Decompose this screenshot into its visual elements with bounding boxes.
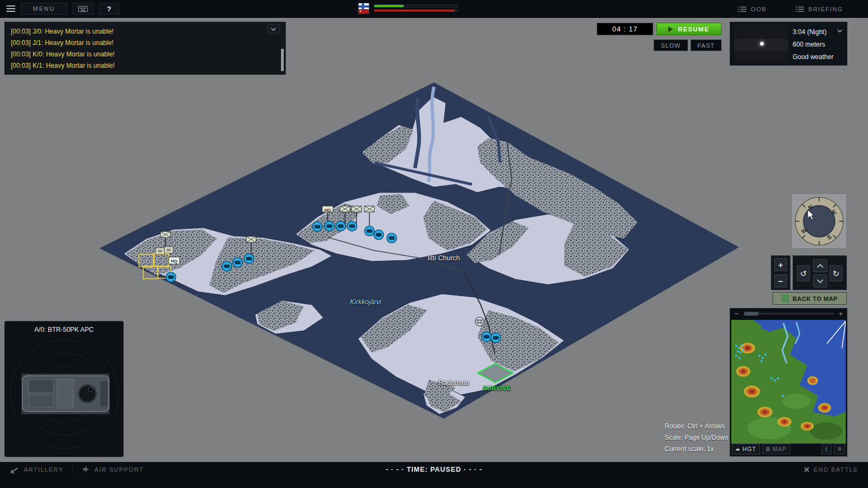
force-status bbox=[358, 3, 458, 14]
air-support-button[interactable]: AIR SUPPORT bbox=[81, 466, 144, 473]
play-icon bbox=[668, 27, 673, 32]
time-control-panel: 04 : 17 RESUME SLOW FAST bbox=[597, 23, 722, 51]
unit-marker[interactable] bbox=[387, 233, 397, 243]
log-collapse-button[interactable] bbox=[267, 24, 280, 34]
mountain-icon bbox=[736, 447, 740, 452]
battle-timer: 04 : 17 bbox=[597, 23, 653, 35]
zoom-out-button[interactable]: − bbox=[774, 274, 787, 287]
log-message: [00:03] K/0: Heavy Mortar is unable! bbox=[11, 49, 272, 60]
map-toggle-button[interactable]: MAP bbox=[762, 444, 790, 454]
minimap-info-button[interactable]: i bbox=[821, 444, 832, 454]
objective-label: SURVIVE bbox=[483, 385, 511, 391]
moon-phase-image bbox=[734, 25, 788, 63]
fast-button[interactable]: FAST bbox=[691, 40, 722, 51]
compass-widget[interactable]: N E S W bbox=[792, 194, 847, 249]
unit-marker[interactable] bbox=[336, 221, 346, 231]
oob-button[interactable]: OOB bbox=[738, 6, 767, 12]
unit-marker[interactable] bbox=[222, 261, 232, 271]
minimap-zoom-out-button[interactable]: − bbox=[732, 310, 741, 318]
minimap-panel: − + bbox=[730, 308, 847, 457]
divider bbox=[72, 466, 73, 473]
resume-button[interactable]: RESUME bbox=[656, 23, 722, 35]
map-label-lake: Kirkkojärvi bbox=[350, 298, 381, 306]
zoom-panel: + − bbox=[771, 255, 790, 290]
zoom-in-button[interactable]: + bbox=[774, 258, 787, 271]
vehicle-top-view bbox=[21, 374, 110, 414]
unit-marker[interactable] bbox=[365, 226, 374, 236]
time-status: - · - · TIME: PAUSED · - · - bbox=[386, 466, 482, 473]
minimap-zoom-thumb[interactable] bbox=[744, 312, 758, 316]
unit-marker[interactable] bbox=[324, 221, 334, 231]
chevron-down-icon bbox=[817, 279, 824, 283]
unit-marker[interactable] bbox=[491, 333, 501, 343]
log-message: [00:03] K/1: Heavy Mortar is unable! bbox=[11, 60, 272, 72]
message-log: [00:03] J/0: Heavy Mortar is unable! [00… bbox=[4, 22, 286, 75]
rotate-ccw-button[interactable]: ↺ bbox=[797, 265, 810, 281]
unit-title: A/0: BTR-50PK APC bbox=[5, 326, 123, 333]
log-message: [00:03] J/1: Heavy Mortar is unable! bbox=[11, 37, 272, 49]
visibility-row: 600 meters bbox=[793, 38, 843, 50]
chevron-down-icon bbox=[271, 28, 276, 31]
back-to-map-button[interactable]: BACK TO MAP bbox=[773, 292, 847, 305]
minimap-canvas[interactable] bbox=[731, 320, 846, 444]
map-label-church: Iitti Church bbox=[427, 254, 460, 262]
keyboard-icon bbox=[78, 6, 88, 12]
friendly-strength-bar bbox=[374, 5, 404, 7]
keyboard-button[interactable] bbox=[73, 3, 93, 15]
target-icon bbox=[838, 446, 841, 452]
grid-icon bbox=[782, 295, 789, 302]
unit-marker[interactable] bbox=[482, 332, 492, 342]
artillery-button[interactable]: ARTILLERY bbox=[10, 466, 63, 473]
menu-button[interactable]: MENU bbox=[21, 3, 67, 15]
minimap-zoom-in-button[interactable]: + bbox=[836, 310, 845, 318]
unit-marker[interactable] bbox=[374, 230, 384, 240]
help-button[interactable]: ? bbox=[99, 3, 119, 15]
minimap-center-button[interactable] bbox=[834, 444, 845, 454]
list-icon bbox=[738, 6, 746, 12]
unit-marker[interactable] bbox=[233, 258, 242, 267]
chevron-down-icon[interactable] bbox=[837, 29, 843, 33]
bottom-bar: ARTILLERY AIR SUPPORT - · - · TIME: PAUS… bbox=[0, 462, 868, 488]
selected-unit-panel: A/0: BTR-50PK APC bbox=[4, 321, 124, 457]
time-of-day-row: 3:04 (Night) bbox=[793, 25, 843, 38]
pan-up-button[interactable] bbox=[813, 259, 827, 272]
artillery-icon bbox=[10, 466, 20, 473]
enemy-strength-bar bbox=[374, 10, 455, 11]
moon-icon bbox=[760, 42, 764, 46]
unit-marker[interactable] bbox=[244, 254, 254, 264]
log-scrollbar[interactable] bbox=[281, 35, 284, 72]
chevron-up-icon bbox=[817, 264, 824, 268]
end-battle-button[interactable]: END BATTLE bbox=[804, 466, 858, 473]
slow-button[interactable]: SLOW bbox=[654, 40, 688, 51]
pan-down-button[interactable] bbox=[813, 274, 827, 287]
grid-icon bbox=[766, 446, 770, 452]
close-icon bbox=[804, 467, 809, 472]
station-marker[interactable] bbox=[475, 317, 484, 326]
rotate-cw-button[interactable]: ↻ bbox=[829, 265, 843, 281]
unit-marker[interactable] bbox=[347, 221, 357, 231]
environment-panel: 3:04 (Night) 600 meters Good weather bbox=[730, 22, 847, 66]
rotate-panel: ↺ ↻ bbox=[793, 255, 847, 290]
hamburger-icon[interactable] bbox=[7, 5, 15, 12]
weather-row: Good weather bbox=[793, 50, 843, 63]
map-hints: Rotate: Ctrl + Arrows Scale: Page Up/Dow… bbox=[665, 421, 728, 455]
faction-flags-icon bbox=[358, 3, 369, 14]
svg-text:HQ: HQ bbox=[171, 259, 177, 264]
unit-marker[interactable] bbox=[312, 222, 322, 232]
map-label-town: Radansuu bbox=[438, 379, 469, 387]
log-message: [00:03] J/0: Heavy Mortar is unable! bbox=[11, 26, 272, 37]
unit-preview bbox=[5, 336, 124, 456]
top-bar: MENU ? OOB bbox=[0, 0, 868, 18]
heightmap-toggle-button[interactable]: HGT bbox=[732, 444, 760, 454]
briefing-button[interactable]: BRIEFING bbox=[796, 6, 843, 12]
list-icon bbox=[796, 6, 804, 12]
air-support-icon bbox=[81, 466, 90, 473]
